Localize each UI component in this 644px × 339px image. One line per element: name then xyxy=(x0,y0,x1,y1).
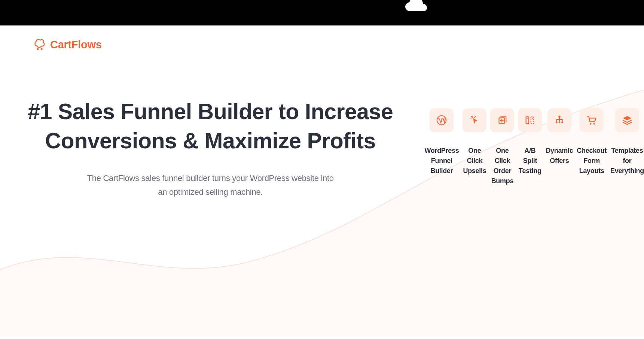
feature-ab-split-testing[interactable]: A/B Split Testing xyxy=(518,108,542,186)
feature-one-click-order-bumps[interactable]: One Click Order Bumps xyxy=(490,108,514,186)
feature-label: One Click Order Bumps xyxy=(490,146,514,186)
svg-point-6 xyxy=(527,118,528,119)
cartflows-logo[interactable]: CartFlows xyxy=(34,38,102,51)
hero-title: #1 Sales Funnel Builder to Increase Conv… xyxy=(22,97,398,156)
feature-wordpress-funnel-builder[interactable]: WordPress Funnel Builder xyxy=(424,108,459,186)
svg-point-7 xyxy=(532,118,533,119)
svg-point-9 xyxy=(556,121,558,123)
svg-point-11 xyxy=(561,121,563,123)
svg-point-1 xyxy=(41,48,43,50)
add-page-icon xyxy=(490,108,514,132)
header: CartFlows xyxy=(0,25,644,52)
feature-dynamic-offers[interactable]: Dynamic Offers xyxy=(546,108,573,186)
cartflows-logo[interactable]: #1 Sales Funnel Builder to Increase Conv… xyxy=(0,52,644,199)
cart-icon xyxy=(580,108,604,132)
svg-point-12 xyxy=(590,123,592,125)
brand-name: CartFlows xyxy=(50,39,102,51)
top-black-bar xyxy=(0,0,644,25)
feature-label: One Click Upsells xyxy=(463,146,486,176)
feature-templates-for-everything[interactable]: Templates for Everything xyxy=(610,108,644,186)
wordpress-icon xyxy=(430,108,454,132)
layers-icon xyxy=(615,108,639,132)
cartflows-mark-icon xyxy=(34,38,46,51)
svg-point-10 xyxy=(558,121,560,123)
feature-label: Templates for Everything xyxy=(610,146,644,176)
feature-label: Dynamic Offers xyxy=(546,146,573,166)
split-icon xyxy=(518,108,542,132)
feature-label: WordPress Funnel Builder xyxy=(424,146,459,176)
cursor-icon xyxy=(463,108,486,132)
hero: #1 Sales Funnel Builder to Increase Conv… xyxy=(0,97,421,199)
svg-point-13 xyxy=(593,123,595,125)
hero-subtitle: The CartFlows sales funnel builder turns… xyxy=(22,172,398,199)
tree-icon xyxy=(547,108,571,132)
svg-point-0 xyxy=(37,48,39,50)
feature-checkout-form-layouts[interactable]: Checkout Form Layouts xyxy=(577,108,607,186)
svg-point-8 xyxy=(558,116,561,118)
features-row: WordPress Funnel Builder One Click Upsel… xyxy=(424,108,644,186)
feature-label: A/B Split Testing xyxy=(518,146,542,176)
cloud-icon xyxy=(404,0,431,16)
feature-one-click-upsells[interactable]: One Click Upsells xyxy=(463,108,486,186)
feature-label: Checkout Form Layouts xyxy=(577,146,607,176)
